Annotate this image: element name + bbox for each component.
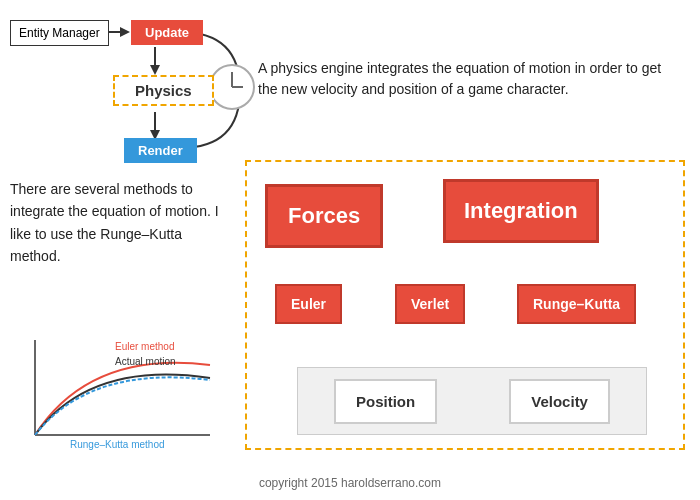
entity-manager-box: Entity Manager <box>10 20 109 46</box>
physics-box: Physics <box>113 75 214 106</box>
svg-marker-1 <box>120 27 130 37</box>
svg-point-7 <box>210 65 254 109</box>
position-box: Position <box>334 379 437 424</box>
chart-area: Euler method Actual motion Runge–Kutta m… <box>10 330 225 460</box>
actual-label: Actual motion <box>115 356 176 367</box>
integration-box: Integration <box>443 179 599 243</box>
runge-label: Runge–Kutta method <box>70 439 165 450</box>
forces-box: Forces <box>265 184 383 248</box>
main-dashed-box: Forces Integration Euler Verlet Runge–Ku… <box>245 160 685 450</box>
render-box: Render <box>124 138 197 163</box>
runge-kutta-method-box: Runge–Kutta <box>517 284 636 324</box>
euler-label: Euler method <box>115 341 174 352</box>
svg-marker-3 <box>150 65 160 75</box>
copyright-text: copyright 2015 haroldserrano.com <box>0 476 700 490</box>
velocity-box: Velocity <box>509 379 610 424</box>
result-container: Position Velocity <box>297 367 647 435</box>
left-explanation-text: There are several methods to integrate t… <box>10 178 228 268</box>
description-text: A physics engine integrates the equation… <box>258 58 668 100</box>
euler-method-box: Euler <box>275 284 342 324</box>
verlet-method-box: Verlet <box>395 284 465 324</box>
update-box: Update <box>131 20 203 45</box>
